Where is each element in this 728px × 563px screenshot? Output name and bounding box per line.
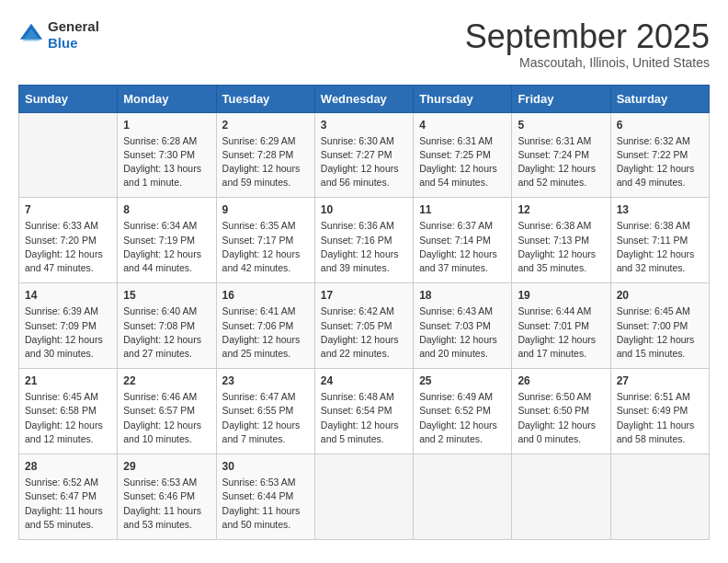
- calendar-cell: 4Sunrise: 6:31 AMSunset: 7:25 PMDaylight…: [414, 112, 512, 198]
- day-info: Sunrise: 6:33 AMSunset: 7:20 PMDaylight:…: [25, 219, 111, 275]
- calendar-cell: 9Sunrise: 6:35 AMSunset: 7:17 PMDaylight…: [216, 198, 314, 283]
- day-number: 20: [617, 289, 703, 302]
- day-number: 16: [222, 289, 309, 302]
- day-number: 10: [321, 203, 407, 216]
- calendar-header-saturday: Saturday: [610, 85, 709, 112]
- day-number: 29: [123, 460, 210, 473]
- day-number: 15: [123, 289, 210, 302]
- day-info: Sunrise: 6:44 AMSunset: 7:01 PMDaylight:…: [518, 304, 604, 361]
- day-info: Sunrise: 6:45 AMSunset: 7:00 PMDaylight:…: [617, 304, 703, 361]
- calendar-cell: 24Sunrise: 6:48 AMSunset: 6:54 PMDayligh…: [314, 369, 413, 454]
- day-number: 2: [222, 119, 309, 132]
- calendar-header-friday: Friday: [512, 85, 610, 112]
- calendar-cell: [414, 454, 512, 540]
- day-info: Sunrise: 6:40 AMSunset: 7:08 PMDaylight:…: [123, 304, 210, 361]
- calendar-cell: 5Sunrise: 6:31 AMSunset: 7:24 PMDaylight…: [512, 112, 610, 198]
- day-info: Sunrise: 6:53 AMSunset: 6:46 PMDaylight:…: [123, 476, 210, 532]
- day-number: 21: [25, 374, 111, 387]
- day-number: 17: [321, 289, 407, 302]
- calendar-cell: 29Sunrise: 6:53 AMSunset: 6:46 PMDayligh…: [118, 454, 216, 540]
- calendar-cell: 20Sunrise: 6:45 AMSunset: 7:00 PMDayligh…: [610, 283, 709, 369]
- day-number: 9: [222, 203, 309, 216]
- day-info: Sunrise: 6:29 AMSunset: 7:28 PMDaylight:…: [222, 134, 309, 190]
- calendar-week-1: 1Sunrise: 6:28 AMSunset: 7:30 PMDaylight…: [19, 112, 710, 198]
- page-header: General Blue September 2025 Mascoutah, I…: [18, 18, 710, 70]
- day-number: 30: [222, 460, 309, 473]
- calendar-cell: 19Sunrise: 6:44 AMSunset: 7:01 PMDayligh…: [512, 283, 610, 369]
- title-area: September 2025 Mascoutah, Illinois, Unit…: [465, 18, 710, 70]
- day-number: 3: [321, 119, 407, 132]
- day-number: 5: [518, 119, 604, 132]
- day-info: Sunrise: 6:31 AMSunset: 7:24 PMDaylight:…: [518, 134, 604, 190]
- day-info: Sunrise: 6:51 AMSunset: 6:49 PMDaylight:…: [617, 390, 703, 446]
- day-info: Sunrise: 6:53 AMSunset: 6:44 PMDaylight:…: [222, 476, 309, 532]
- calendar-week-2: 7Sunrise: 6:33 AMSunset: 7:20 PMDaylight…: [19, 198, 710, 283]
- day-number: 27: [617, 374, 703, 387]
- calendar-header-sunday: Sunday: [19, 85, 118, 112]
- logo-general-text: General: [48, 18, 99, 35]
- day-number: 12: [518, 203, 604, 216]
- calendar-cell: 1Sunrise: 6:28 AMSunset: 7:30 PMDaylight…: [118, 112, 216, 198]
- day-info: Sunrise: 6:37 AMSunset: 7:14 PMDaylight:…: [419, 219, 506, 275]
- day-number: 6: [617, 119, 703, 132]
- calendar-cell: 7Sunrise: 6:33 AMSunset: 7:20 PMDaylight…: [19, 198, 118, 283]
- calendar-cell: 30Sunrise: 6:53 AMSunset: 6:44 PMDayligh…: [216, 454, 314, 540]
- day-info: Sunrise: 6:42 AMSunset: 7:05 PMDaylight:…: [321, 304, 407, 361]
- calendar-cell: 25Sunrise: 6:49 AMSunset: 6:52 PMDayligh…: [414, 369, 512, 454]
- calendar-cell: [314, 454, 413, 540]
- day-info: Sunrise: 6:45 AMSunset: 6:58 PMDaylight:…: [25, 390, 111, 446]
- day-info: Sunrise: 6:47 AMSunset: 6:55 PMDaylight:…: [222, 390, 309, 446]
- day-info: Sunrise: 6:38 AMSunset: 7:13 PMDaylight:…: [518, 219, 604, 275]
- day-number: 13: [617, 203, 703, 216]
- day-info: Sunrise: 6:35 AMSunset: 7:17 PMDaylight:…: [222, 219, 309, 275]
- location-text: Mascoutah, Illinois, United States: [465, 55, 710, 70]
- logo-blue-text: Blue: [48, 35, 99, 52]
- day-info: Sunrise: 6:39 AMSunset: 7:09 PMDaylight:…: [25, 304, 111, 361]
- calendar-cell: 13Sunrise: 6:38 AMSunset: 7:11 PMDayligh…: [610, 198, 709, 283]
- day-number: 11: [419, 203, 506, 216]
- calendar-cell: 10Sunrise: 6:36 AMSunset: 7:16 PMDayligh…: [314, 198, 413, 283]
- day-number: 26: [518, 374, 604, 387]
- day-number: 24: [321, 374, 407, 387]
- day-info: Sunrise: 6:30 AMSunset: 7:27 PMDaylight:…: [321, 134, 407, 190]
- day-number: 22: [123, 374, 210, 387]
- day-info: Sunrise: 6:36 AMSunset: 7:16 PMDaylight:…: [321, 219, 407, 275]
- calendar-cell: 28Sunrise: 6:52 AMSunset: 6:47 PMDayligh…: [19, 454, 118, 540]
- day-info: Sunrise: 6:50 AMSunset: 6:50 PMDaylight:…: [518, 390, 604, 446]
- day-number: 19: [518, 289, 604, 302]
- calendar-week-5: 28Sunrise: 6:52 AMSunset: 6:47 PMDayligh…: [19, 454, 710, 540]
- day-info: Sunrise: 6:38 AMSunset: 7:11 PMDaylight:…: [617, 219, 703, 275]
- calendar-cell: 3Sunrise: 6:30 AMSunset: 7:27 PMDaylight…: [314, 112, 413, 198]
- day-info: Sunrise: 6:41 AMSunset: 7:06 PMDaylight:…: [222, 304, 309, 361]
- calendar-cell: 27Sunrise: 6:51 AMSunset: 6:49 PMDayligh…: [610, 369, 709, 454]
- calendar-header-tuesday: Tuesday: [216, 85, 314, 112]
- day-info: Sunrise: 6:49 AMSunset: 6:52 PMDaylight:…: [419, 390, 506, 446]
- day-number: 23: [222, 374, 309, 387]
- month-title: September 2025: [465, 18, 710, 55]
- calendar-header-monday: Monday: [118, 85, 216, 112]
- calendar-cell: 8Sunrise: 6:34 AMSunset: 7:19 PMDaylight…: [118, 198, 216, 283]
- day-number: 4: [419, 119, 506, 132]
- calendar-header-thursday: Thursday: [414, 85, 512, 112]
- calendar-body: 1Sunrise: 6:28 AMSunset: 7:30 PMDaylight…: [19, 112, 710, 539]
- calendar-week-3: 14Sunrise: 6:39 AMSunset: 7:09 PMDayligh…: [19, 283, 710, 369]
- logo: General Blue: [18, 18, 99, 52]
- calendar-cell: 12Sunrise: 6:38 AMSunset: 7:13 PMDayligh…: [512, 198, 610, 283]
- day-info: Sunrise: 6:34 AMSunset: 7:19 PMDaylight:…: [123, 219, 210, 275]
- calendar-cell: 17Sunrise: 6:42 AMSunset: 7:05 PMDayligh…: [314, 283, 413, 369]
- calendar-cell: [512, 454, 610, 540]
- calendar-cell: 11Sunrise: 6:37 AMSunset: 7:14 PMDayligh…: [414, 198, 512, 283]
- day-number: 18: [419, 289, 506, 302]
- day-number: 8: [123, 203, 210, 216]
- calendar-cell: 2Sunrise: 6:29 AMSunset: 7:28 PMDaylight…: [216, 112, 314, 198]
- day-number: 14: [25, 289, 111, 302]
- calendar-cell: 14Sunrise: 6:39 AMSunset: 7:09 PMDayligh…: [19, 283, 118, 369]
- day-info: Sunrise: 6:31 AMSunset: 7:25 PMDaylight:…: [419, 134, 506, 190]
- day-info: Sunrise: 6:32 AMSunset: 7:22 PMDaylight:…: [617, 134, 703, 190]
- calendar-cell: [610, 454, 709, 540]
- day-number: 7: [25, 203, 111, 216]
- day-info: Sunrise: 6:48 AMSunset: 6:54 PMDaylight:…: [321, 390, 407, 446]
- calendar-cell: 15Sunrise: 6:40 AMSunset: 7:08 PMDayligh…: [118, 283, 216, 369]
- calendar-header-wednesday: Wednesday: [314, 85, 413, 112]
- calendar-cell: 22Sunrise: 6:46 AMSunset: 6:57 PMDayligh…: [118, 369, 216, 454]
